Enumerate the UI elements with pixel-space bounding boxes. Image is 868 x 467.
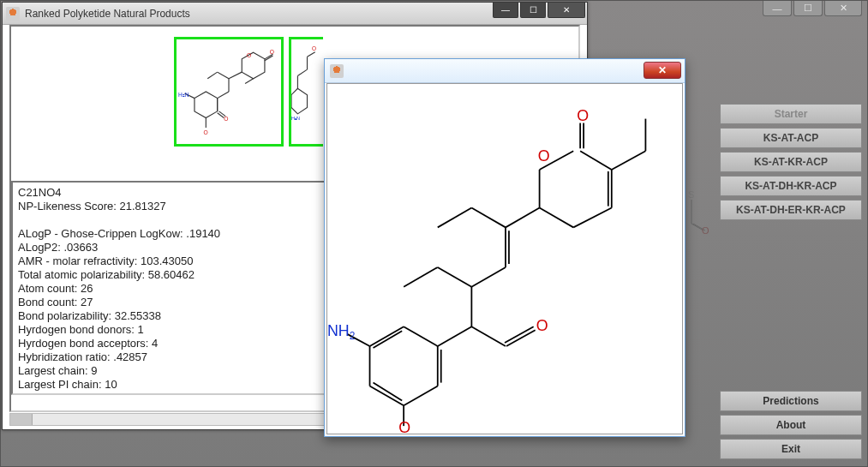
- o-label-carbonyl-top: O: [577, 107, 589, 124]
- o-label-ketone: O: [536, 317, 548, 334]
- svg-line-39: [471, 267, 506, 287]
- structure-viewer-titlebar: ✕: [325, 59, 685, 83]
- ranked-window-titlebar: Ranked Polyketide Natural Products — ☐ ✕: [3, 3, 587, 25]
- svg-line-28: [573, 208, 612, 228]
- java-icon: [330, 64, 344, 78]
- predictions-button[interactable]: Predictions: [720, 391, 862, 411]
- svg-line-11: [218, 92, 229, 99]
- svg-line-34: [506, 208, 540, 228]
- bottom-button-panel: Predictions About Exit: [720, 391, 862, 459]
- svg-line-55: [404, 326, 438, 346]
- o-label-ring: O: [538, 147, 550, 165]
- thumb-o-label-2: O: [247, 52, 251, 58]
- o-label-phenol: O: [398, 419, 410, 434]
- svg-line-20: [297, 69, 307, 75]
- ks-at-acp-button[interactable]: KS-AT-ACP: [720, 128, 862, 148]
- structure-viewer-close-button[interactable]: ✕: [644, 62, 681, 79]
- svg-line-49: [404, 386, 438, 406]
- svg-line-9: [218, 72, 229, 79]
- svg-line-50: [370, 386, 404, 406]
- thumb2-o-label: O: [312, 45, 316, 51]
- ranked-window-title: Ranked Polyketide Natural Products: [25, 8, 190, 20]
- svg-line-41: [438, 267, 472, 287]
- ranked-minimize-button[interactable]: —: [493, 3, 518, 18]
- ks-at-kr-acp-button[interactable]: KS-AT-KR-ACP: [720, 152, 862, 172]
- svg-line-38: [438, 208, 472, 228]
- structure-thumbnail-2[interactable]: O H₂N: [289, 37, 323, 147]
- svg-line-37: [471, 208, 506, 228]
- ks-at-dh-kr-acp-button[interactable]: KS-AT-DH-KR-ACP: [720, 176, 862, 196]
- svg-marker-3: [242, 52, 265, 79]
- svg-line-45: [506, 330, 536, 346]
- side-button-panel: Starter KS-AT-ACP KS-AT-KR-ACP KS-AT-DH-…: [720, 104, 862, 220]
- main-maximize-button[interactable]: ☐: [793, 1, 823, 16]
- ks-at-dh-er-kr-acp-button[interactable]: KS-AT-DH-ER-KR-ACP: [720, 200, 862, 220]
- svg-line-18: [308, 52, 315, 57]
- svg-text:NH2: NH2: [327, 322, 355, 342]
- ranked-close-button[interactable]: ✕: [548, 3, 585, 18]
- scrollbar-thumb[interactable]: [10, 414, 33, 425]
- main-close-button[interactable]: ✕: [824, 1, 862, 16]
- svg-line-43: [471, 326, 506, 346]
- thumb-o-label-1: O: [270, 49, 274, 55]
- main-minimize-button[interactable]: —: [763, 1, 792, 16]
- about-button[interactable]: About: [720, 415, 862, 435]
- svg-line-54: [373, 331, 402, 348]
- svg-line-6: [245, 79, 254, 84]
- svg-line-29: [540, 208, 574, 228]
- svg-line-46: [438, 326, 472, 346]
- svg-line-32: [612, 151, 646, 170]
- bg-structure-fragment: S O: [686, 189, 712, 242]
- svg-marker-15: [195, 92, 218, 118]
- structure-viewer-body: O O O O NH2: [326, 83, 683, 434]
- frag-s-label: S: [688, 189, 694, 200]
- svg-line-51: [373, 383, 402, 401]
- thumb-o-label-3: O: [224, 116, 228, 122]
- starter-button[interactable]: Starter: [720, 104, 862, 124]
- thumb-nh2-label: H₂N: [178, 92, 189, 98]
- thumb-o-label-4: O: [203, 129, 207, 135]
- svg-line-7: [229, 72, 242, 79]
- molecule-structure: O O O O NH2: [327, 84, 682, 434]
- thumb2-nh2-label: H₂N: [291, 116, 300, 121]
- structure-thumbnail-1[interactable]: H₂N O O O O: [174, 37, 284, 147]
- frag-o-label: O: [702, 225, 709, 236]
- java-icon: [6, 7, 20, 21]
- nh2-label: NH2: [327, 322, 355, 342]
- svg-line-42: [404, 267, 438, 287]
- ranked-maximize-button[interactable]: ☐: [520, 3, 546, 18]
- svg-line-10: [207, 72, 217, 79]
- exit-button[interactable]: Exit: [720, 439, 862, 459]
- thumbnail-row: H₂N O O O O O H₂N: [174, 37, 323, 147]
- structure-viewer-window: ✕: [324, 58, 685, 437]
- svg-marker-22: [291, 88, 308, 114]
- svg-line-53: [370, 326, 404, 346]
- svg-line-44: [505, 326, 534, 343]
- main-app-titlebar: — ☐ ✕: [696, 1, 867, 20]
- svg-line-25: [580, 151, 612, 170]
